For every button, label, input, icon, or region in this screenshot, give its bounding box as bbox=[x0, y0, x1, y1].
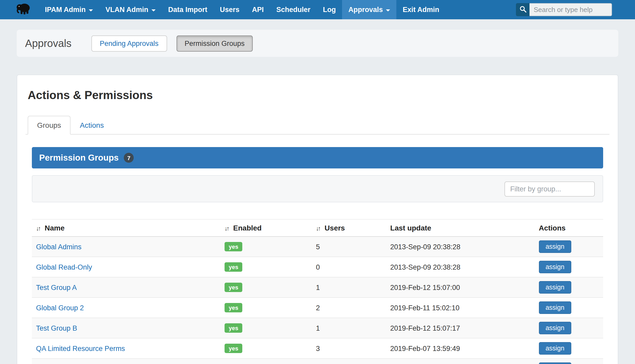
enabled-cell: yes bbox=[220, 257, 312, 277]
group-name-cell: QA TLR Non Admin Group bbox=[32, 359, 220, 364]
tab-actions[interactable]: Actions bbox=[70, 116, 113, 135]
group-name-cell: Global Group 2 bbox=[32, 298, 220, 318]
navbar-search bbox=[516, 0, 612, 19]
permission-groups-panel: Permission Groups 7 ↓↑Name ↓↑Enabled ↓↑U… bbox=[32, 147, 603, 364]
table-row: QA TLR Non Admin Group yes 1 2019-Feb-12… bbox=[32, 359, 603, 364]
navbar-item-label: Scheduler bbox=[276, 6, 310, 14]
actions-cell: assign bbox=[534, 359, 603, 364]
sort-icon: ↓↑ bbox=[36, 225, 40, 232]
actions-cell: assign bbox=[534, 257, 603, 277]
button-pending-approvals[interactable]: Pending Approvals bbox=[91, 35, 167, 51]
group-name-link[interactable]: QA Limited Resource Perms bbox=[36, 344, 125, 352]
column-header-last-update[interactable]: Last update bbox=[386, 219, 535, 236]
navbar-item-exit-admin[interactable]: Exit Admin bbox=[396, 0, 445, 19]
column-header-label: Users bbox=[325, 224, 345, 232]
column-header-label: Name bbox=[45, 224, 64, 232]
group-name-link[interactable]: Global Read-Only bbox=[36, 263, 92, 271]
navbar-item-label: IPAM Admin bbox=[45, 6, 86, 14]
actions-cell: assign bbox=[534, 277, 603, 298]
navbar-item-label: Exit Admin bbox=[403, 6, 439, 14]
assign-button[interactable]: assign bbox=[539, 322, 571, 334]
button-permission-groups[interactable]: Permission Groups bbox=[176, 35, 253, 51]
enabled-badge: yes bbox=[225, 283, 243, 292]
group-name-cell: QA Limited Resource Perms bbox=[32, 338, 220, 359]
search-icon bbox=[519, 5, 527, 14]
last-update: 2019-Feb-11 15:02:10 bbox=[386, 298, 535, 318]
users-count: 5 bbox=[312, 236, 386, 257]
assign-button[interactable]: assign bbox=[539, 281, 571, 294]
navbar-item-approvals[interactable]: Approvals bbox=[342, 0, 396, 19]
group-name-cell: Global Read-Only bbox=[32, 257, 220, 277]
tab-groups[interactable]: Groups bbox=[28, 116, 70, 135]
enabled-cell: yes bbox=[220, 236, 312, 257]
last-update: 2019-Feb-12 15:07:00 bbox=[386, 277, 535, 298]
navbar-item-scheduler[interactable]: Scheduler bbox=[270, 0, 317, 19]
chevron-down-icon bbox=[151, 9, 156, 11]
enabled-cell: yes bbox=[220, 359, 312, 364]
navbar-item-vlan-admin[interactable]: VLAN Admin bbox=[99, 0, 162, 19]
column-header-actions[interactable]: Actions bbox=[534, 219, 603, 236]
navbar-item-users[interactable]: Users bbox=[214, 0, 246, 19]
actions-permissions-card: Actions & Permissions GroupsActions Perm… bbox=[17, 75, 618, 364]
table-row: Test Group B yes 1 2019-Feb-12 15:07:17 … bbox=[32, 318, 603, 338]
app-logo[interactable] bbox=[16, 0, 31, 19]
column-header-users[interactable]: ↓↑Users bbox=[312, 219, 386, 236]
column-header-label: Enabled bbox=[233, 224, 262, 232]
actions-cell: assign bbox=[534, 318, 603, 338]
assign-button[interactable]: assign bbox=[539, 240, 571, 253]
assign-button[interactable]: assign bbox=[539, 342, 571, 355]
group-name-link[interactable]: Global Group 2 bbox=[36, 304, 84, 312]
users-count: 1 bbox=[312, 277, 386, 298]
assign-button[interactable]: assign bbox=[539, 301, 571, 314]
enabled-cell: yes bbox=[220, 338, 312, 359]
enabled-badge: yes bbox=[225, 303, 243, 312]
enabled-badge: yes bbox=[225, 262, 243, 272]
search-input[interactable] bbox=[530, 3, 612, 16]
column-header-name[interactable]: ↓↑Name bbox=[32, 219, 220, 236]
navbar-item-label: Approvals bbox=[348, 6, 383, 14]
phpipam-admin-page: IPAM Admin VLAN Admin Data Import Users … bbox=[0, 0, 635, 364]
table-row: Global Group 2 yes 2 2019-Feb-11 15:02:1… bbox=[32, 298, 603, 318]
permission-groups-table: ↓↑Name ↓↑Enabled ↓↑Users Last update Act… bbox=[32, 219, 603, 364]
group-name-link[interactable]: Test Group B bbox=[36, 324, 77, 332]
assign-button[interactable]: assign bbox=[539, 362, 571, 364]
last-update: 2019-Feb-12 15:07:17 bbox=[386, 318, 535, 338]
enabled-badge: yes bbox=[225, 242, 243, 251]
navbar-item-log[interactable]: Log bbox=[317, 0, 342, 19]
group-name-link[interactable]: Global Admins bbox=[36, 243, 81, 251]
tabs: GroupsActions bbox=[26, 116, 609, 135]
search-button[interactable] bbox=[516, 3, 530, 16]
table-header-row: ↓↑Name ↓↑Enabled ↓↑Users Last update Act… bbox=[32, 219, 603, 236]
navbar-item-label: Users bbox=[220, 6, 239, 14]
actions-cell: assign bbox=[534, 236, 603, 257]
actions-cell: assign bbox=[534, 338, 603, 359]
column-header-enabled[interactable]: ↓↑Enabled bbox=[220, 219, 312, 236]
chevron-down-icon bbox=[89, 9, 93, 11]
users-count: 0 bbox=[312, 257, 386, 277]
navbar-item-label: Log bbox=[323, 6, 336, 14]
users-count: 1 bbox=[312, 318, 386, 338]
navbar-item-ipam-admin[interactable]: IPAM Admin bbox=[39, 0, 99, 19]
sort-icon: ↓↑ bbox=[316, 225, 320, 232]
navbar-item-api[interactable]: API bbox=[246, 0, 270, 19]
table-row: Global Admins yes 5 2013-Sep-09 20:38:28… bbox=[32, 236, 603, 257]
users-count: 2 bbox=[312, 298, 386, 318]
group-name-cell: Test Group A bbox=[32, 277, 220, 298]
last-update: 2013-Sep-09 20:38:28 bbox=[386, 236, 535, 257]
panel-header: Permission Groups 7 bbox=[32, 147, 603, 168]
group-count-badge: 7 bbox=[124, 153, 134, 163]
page-head: Approvals Pending ApprovalsPermission Gr… bbox=[17, 30, 618, 57]
actions-cell: assign bbox=[534, 298, 603, 318]
table-row: QA Limited Resource Perms yes 3 2019-Feb… bbox=[32, 338, 603, 359]
page-head-buttons: Pending ApprovalsPermission Groups bbox=[91, 35, 253, 51]
navbar-item-label: API bbox=[252, 6, 264, 14]
panel-toolbar bbox=[32, 175, 603, 202]
navbar-item-data-import[interactable]: Data Import bbox=[162, 0, 214, 19]
column-header-label: Last update bbox=[390, 224, 431, 232]
assign-button[interactable]: assign bbox=[539, 261, 571, 273]
group-name-link[interactable]: Test Group A bbox=[36, 283, 77, 291]
column-header-label: Actions bbox=[539, 224, 566, 232]
enabled-cell: yes bbox=[220, 277, 312, 298]
group-name-cell: Test Group B bbox=[32, 318, 220, 338]
filter-by-group-input[interactable] bbox=[504, 181, 595, 196]
